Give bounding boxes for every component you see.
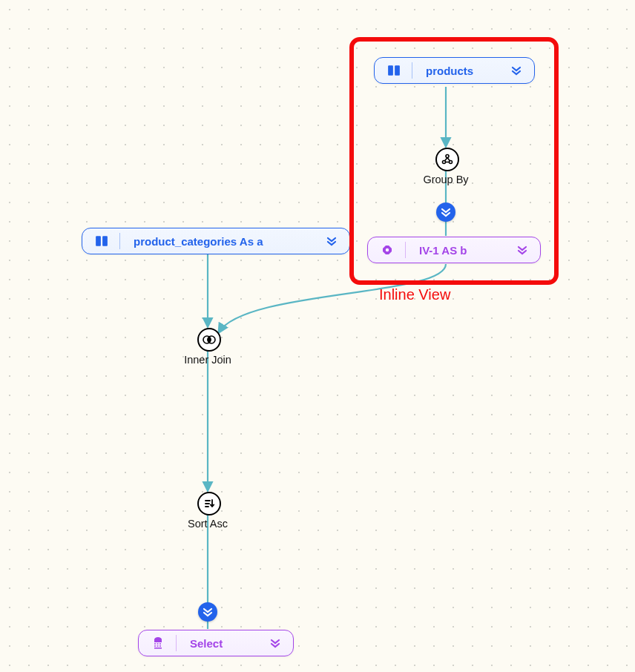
inline-view-node-iv1[interactable]: IV-1 AS b — [367, 237, 541, 263]
svg-rect-10 — [154, 648, 162, 649]
op-label-sort-asc: Sort Asc — [163, 518, 252, 530]
svg-rect-6 — [102, 236, 108, 246]
node-label: IV-1 AS b — [418, 244, 512, 257]
flow-badge[interactable] — [198, 602, 217, 622]
group-by-icon — [441, 154, 453, 165]
connectors — [0, 0, 635, 672]
expand-icon[interactable] — [512, 245, 533, 255]
select-node[interactable]: Select — [138, 630, 294, 656]
table-icon — [382, 64, 406, 77]
expand-icon[interactable] — [321, 236, 342, 246]
op-inner-join[interactable] — [197, 328, 221, 352]
flow-badge[interactable] — [436, 202, 455, 222]
expand-icon[interactable] — [265, 638, 286, 648]
diagram-canvas[interactable]: { "nodes": { "products": { "label": "pro… — [0, 0, 635, 672]
svg-point-2 — [446, 155, 449, 158]
node-label: Select — [188, 637, 265, 650]
op-group-by[interactable] — [435, 148, 459, 171]
op-label-group-by: Group By — [401, 174, 490, 185]
table-icon — [90, 234, 113, 248]
table-node-product-categories[interactable]: product_categories As a — [82, 228, 350, 254]
svg-rect-0 — [388, 65, 393, 76]
sort-asc-icon — [203, 498, 215, 510]
op-label-inner-join: Inner Join — [163, 354, 252, 366]
svg-point-7 — [386, 248, 389, 251]
select-icon — [146, 636, 170, 650]
node-label: product_categories As a — [132, 235, 321, 248]
op-sort-asc[interactable] — [197, 492, 221, 515]
inner-join-icon — [203, 335, 216, 345]
inline-view-icon — [375, 244, 399, 256]
table-node-products[interactable]: products — [374, 57, 535, 84]
expand-icon[interactable] — [506, 65, 527, 76]
svg-rect-1 — [395, 65, 400, 76]
node-label: products — [424, 65, 506, 77]
annotation-inline-view-label: Inline View — [379, 286, 450, 303]
svg-rect-5 — [96, 236, 101, 246]
